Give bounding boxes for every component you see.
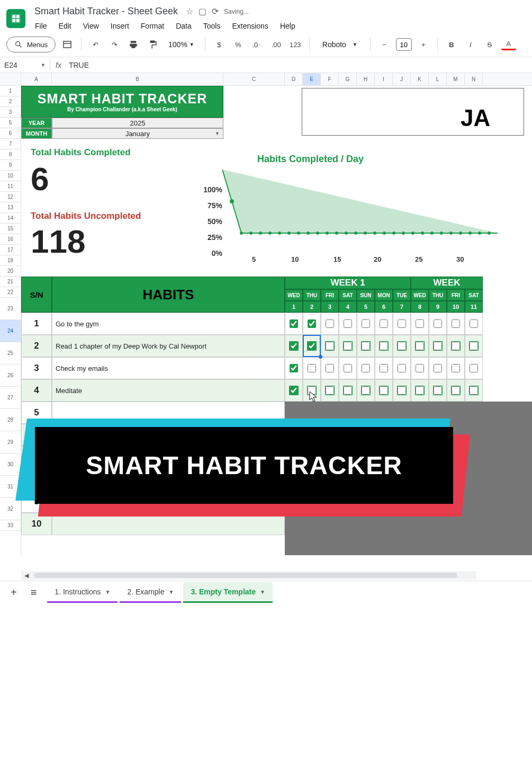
row-header-2[interactable]: 2	[0, 96, 21, 107]
col-header-M[interactable]: M	[447, 73, 465, 85]
print-icon[interactable]	[126, 37, 141, 52]
decrease-decimal-icon[interactable]: .0←	[250, 37, 265, 52]
habit-checkbox[interactable]	[393, 357, 411, 379]
star-icon[interactable]: ☆	[186, 6, 193, 16]
row-header-21[interactable]: 21	[0, 277, 21, 287]
row-header-27[interactable]: 27	[0, 387, 21, 409]
menu-edit[interactable]: Edit	[53, 20, 77, 32]
font-select[interactable]: Roboto▼	[316, 38, 364, 51]
habit-checkbox[interactable]	[357, 379, 375, 402]
add-sheet-button[interactable]: +	[7, 583, 20, 602]
row-header-32[interactable]: 32	[0, 498, 21, 520]
habit-checkbox[interactable]	[285, 335, 303, 357]
decrease-font-icon[interactable]: −	[377, 37, 392, 52]
col-header-E[interactable]: E	[303, 73, 321, 85]
row-header-11[interactable]: 11	[0, 181, 21, 192]
habit-checkbox[interactable]	[339, 357, 357, 379]
menu-extensions[interactable]: Extensions	[227, 20, 273, 32]
col-header-N[interactable]: N	[465, 73, 483, 85]
habit-checkbox[interactable]	[339, 335, 357, 357]
habit-checkbox[interactable]	[357, 335, 375, 357]
habit-checkbox[interactable]	[375, 313, 393, 335]
redo-icon[interactable]: ↷	[107, 37, 122, 52]
col-header-D[interactable]: D	[285, 73, 303, 85]
row-header-16[interactable]: 16	[0, 234, 21, 245]
habit-checkbox[interactable]	[465, 357, 483, 379]
sheet-tab[interactable]: 2. Example▼	[120, 582, 181, 603]
col-header-L[interactable]: L	[429, 73, 447, 85]
habit-checkbox[interactable]	[321, 357, 339, 379]
font-size-input[interactable]	[396, 38, 412, 51]
row-header-10[interactable]: 10	[0, 171, 21, 181]
row-header-20[interactable]: 20	[0, 266, 21, 277]
habit-name[interactable]: Go to the gym	[52, 313, 285, 335]
row-header-24[interactable]: 24	[0, 320, 21, 342]
row-header-29[interactable]: 29	[0, 431, 21, 453]
select-all-corner[interactable]	[0, 73, 21, 86]
menu-format[interactable]: Format	[136, 20, 169, 32]
habit-checkbox[interactable]	[429, 335, 447, 357]
habit-checkbox[interactable]	[285, 357, 303, 379]
col-header-F[interactable]: F	[321, 73, 339, 85]
row-header-18[interactable]: 18	[0, 255, 21, 266]
habit-name[interactable]: Check my emails	[52, 357, 285, 379]
row-header-6[interactable]: 6	[0, 128, 21, 139]
percent-icon[interactable]: %	[231, 37, 246, 52]
habit-checkbox[interactable]	[447, 335, 465, 357]
menu-view[interactable]: View	[78, 20, 104, 32]
zoom-select[interactable]: 100%▼	[164, 38, 199, 51]
cloud-icon[interactable]: ⟳	[212, 6, 219, 16]
chevron-down-icon[interactable]: ▼	[105, 589, 111, 595]
row-header-5[interactable]: 5	[0, 118, 21, 128]
row-header-15[interactable]: 15	[0, 224, 21, 234]
row-header-17[interactable]: 17	[0, 245, 21, 255]
undo-icon[interactable]: ↶	[88, 37, 103, 52]
habit-checkbox[interactable]	[411, 379, 429, 402]
row-header-22[interactable]: 22	[0, 287, 21, 298]
habit-checkbox[interactable]	[303, 335, 321, 357]
scroll-thumb[interactable]	[34, 573, 457, 578]
formula-value[interactable]: TRUE	[67, 61, 89, 69]
search-menus-button[interactable]: Menus	[6, 37, 56, 52]
habit-checkbox[interactable]	[285, 379, 303, 402]
row-header-12[interactable]: 12	[0, 192, 21, 202]
habit-checkbox[interactable]	[321, 335, 339, 357]
habit-checkbox[interactable]	[447, 379, 465, 402]
habit-checkbox[interactable]	[465, 335, 483, 357]
row-header-28[interactable]: 28	[0, 409, 21, 431]
col-header-G[interactable]: G	[339, 73, 357, 85]
col-header-C[interactable]: C	[223, 73, 285, 85]
text-color-icon[interactable]: A	[501, 39, 516, 50]
row-header-1[interactable]: 1	[0, 86, 21, 96]
habit-checkbox[interactable]	[447, 313, 465, 335]
menu-file[interactable]: File	[30, 20, 52, 32]
chevron-down-icon[interactable]: ▼	[168, 589, 174, 595]
habit-checkbox[interactable]	[303, 313, 321, 335]
paint-format-icon[interactable]	[145, 37, 160, 52]
habit-checkbox[interactable]	[411, 335, 429, 357]
habit-checkbox[interactable]	[375, 357, 393, 379]
table-icon[interactable]	[60, 37, 75, 52]
col-header-B[interactable]: B	[52, 73, 223, 85]
col-header-K[interactable]: K	[411, 73, 429, 85]
menu-insert[interactable]: Insert	[105, 20, 134, 32]
row-header-8[interactable]: 8	[0, 149, 21, 160]
row-header-3[interactable]: 3	[0, 107, 21, 118]
col-header-H[interactable]: H	[357, 73, 375, 85]
habit-checkbox[interactable]	[429, 313, 447, 335]
habit-checkbox[interactable]	[357, 313, 375, 335]
habit-checkbox[interactable]	[339, 313, 357, 335]
row-header-25[interactable]: 25	[0, 342, 21, 364]
habit-checkbox[interactable]	[429, 357, 447, 379]
row-header-33[interactable]: 33	[0, 520, 21, 531]
all-sheets-button[interactable]: ≡	[28, 583, 40, 602]
habit-checkbox[interactable]	[393, 379, 411, 402]
bold-icon[interactable]: B	[444, 37, 459, 52]
habit-checkbox[interactable]	[339, 379, 357, 402]
sheets-app-icon[interactable]	[6, 9, 25, 28]
row-header-23[interactable]: 23	[0, 298, 21, 320]
habit-checkbox[interactable]	[411, 313, 429, 335]
row-header-26[interactable]: 26	[0, 364, 21, 387]
row-header-13[interactable]: 13	[0, 202, 21, 213]
doc-title[interactable]: Smart Habit Tracker - Sheet Geek	[32, 4, 181, 19]
